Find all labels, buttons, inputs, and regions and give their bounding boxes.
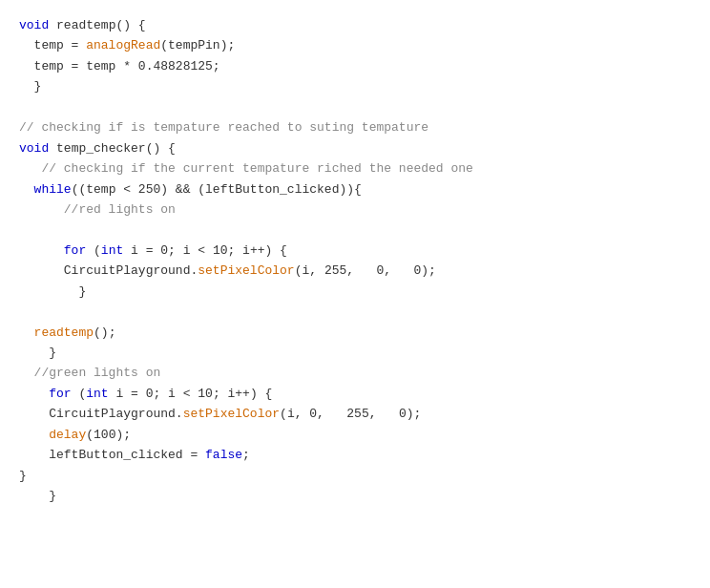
code-block: void readtemp() { temp = analogRead(temp… <box>19 15 691 507</box>
code-editor: void readtemp() { temp = analogRead(temp… <box>0 0 710 588</box>
